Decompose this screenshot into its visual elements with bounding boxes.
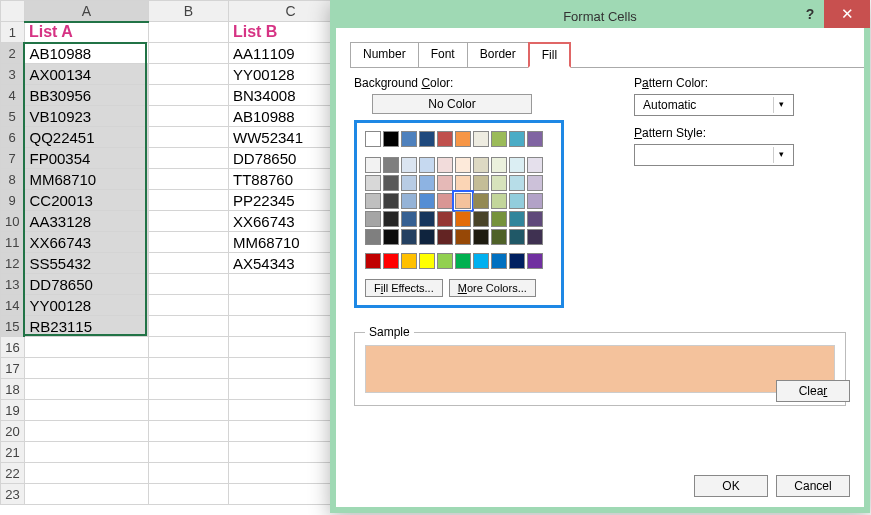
- fill-effects-button[interactable]: Fill Effects...: [365, 279, 443, 297]
- cell-B6[interactable]: [148, 127, 228, 148]
- no-color-button[interactable]: No Color: [372, 94, 532, 114]
- color-swatch[interactable]: [527, 211, 543, 227]
- color-swatch[interactable]: [455, 131, 471, 147]
- tab-number[interactable]: Number: [350, 42, 419, 67]
- color-swatch[interactable]: [491, 211, 507, 227]
- row-header-7[interactable]: 7: [1, 148, 25, 169]
- cell-A8[interactable]: MM68710: [24, 169, 148, 190]
- pattern-style-combo[interactable]: ▾: [634, 144, 794, 166]
- cell-B15[interactable]: [148, 316, 228, 337]
- color-swatch[interactable]: [473, 157, 489, 173]
- color-swatch[interactable]: [509, 211, 525, 227]
- color-swatch[interactable]: [419, 211, 435, 227]
- more-colors-button[interactable]: More Colors...: [449, 279, 536, 297]
- color-swatch[interactable]: [383, 229, 399, 245]
- color-swatch[interactable]: [527, 157, 543, 173]
- cell-A19[interactable]: [24, 400, 148, 421]
- cell-A13[interactable]: DD78650: [24, 274, 148, 295]
- cell-B20[interactable]: [148, 421, 228, 442]
- col-header-B[interactable]: B: [148, 1, 228, 22]
- color-swatch[interactable]: [419, 253, 435, 269]
- color-swatch[interactable]: [473, 253, 489, 269]
- row-header-17[interactable]: 17: [1, 358, 25, 379]
- color-swatch[interactable]: [455, 193, 471, 209]
- cell-B19[interactable]: [148, 400, 228, 421]
- color-swatch[interactable]: [365, 131, 381, 147]
- cell-B4[interactable]: [148, 85, 228, 106]
- clear-button[interactable]: Clear: [776, 380, 850, 402]
- cell-A18[interactable]: [24, 379, 148, 400]
- color-swatch[interactable]: [401, 131, 417, 147]
- row-header-19[interactable]: 19: [1, 400, 25, 421]
- cell-B8[interactable]: [148, 169, 228, 190]
- color-swatch[interactable]: [401, 253, 417, 269]
- tab-border[interactable]: Border: [467, 42, 529, 67]
- color-swatch[interactable]: [419, 131, 435, 147]
- row-header-2[interactable]: 2: [1, 43, 25, 64]
- col-header-A[interactable]: A: [24, 1, 148, 22]
- color-swatch[interactable]: [383, 175, 399, 191]
- row-header-4[interactable]: 4: [1, 85, 25, 106]
- cell-A11[interactable]: XX66743: [24, 232, 148, 253]
- cancel-button[interactable]: Cancel: [776, 475, 850, 497]
- row-header-5[interactable]: 5: [1, 106, 25, 127]
- cell-A4[interactable]: BB30956: [24, 85, 148, 106]
- color-swatch[interactable]: [437, 175, 453, 191]
- color-swatch[interactable]: [365, 211, 381, 227]
- row-header-18[interactable]: 18: [1, 379, 25, 400]
- color-swatch[interactable]: [509, 131, 525, 147]
- row-header-14[interactable]: 14: [1, 295, 25, 316]
- color-swatch[interactable]: [383, 253, 399, 269]
- color-swatch[interactable]: [473, 229, 489, 245]
- cell-A17[interactable]: [24, 358, 148, 379]
- cell-B10[interactable]: [148, 211, 228, 232]
- color-swatch[interactable]: [383, 211, 399, 227]
- row-header-23[interactable]: 23: [1, 484, 25, 505]
- color-swatch[interactable]: [365, 253, 381, 269]
- row-header-8[interactable]: 8: [1, 169, 25, 190]
- color-swatch[interactable]: [365, 193, 381, 209]
- cell-A20[interactable]: [24, 421, 148, 442]
- cell-A15[interactable]: RB23115: [24, 316, 148, 337]
- pattern-color-combo[interactable]: Automatic ▾: [634, 94, 794, 116]
- color-swatch[interactable]: [455, 229, 471, 245]
- cell-B13[interactable]: [148, 274, 228, 295]
- color-swatch[interactable]: [473, 211, 489, 227]
- color-swatch[interactable]: [419, 175, 435, 191]
- color-swatch[interactable]: [401, 211, 417, 227]
- cell-A1[interactable]: List A: [24, 22, 148, 43]
- cell-B5[interactable]: [148, 106, 228, 127]
- tab-font[interactable]: Font: [418, 42, 468, 67]
- color-swatch[interactable]: [437, 211, 453, 227]
- cell-B12[interactable]: [148, 253, 228, 274]
- color-swatch[interactable]: [401, 175, 417, 191]
- color-swatch[interactable]: [491, 157, 507, 173]
- color-swatch[interactable]: [419, 157, 435, 173]
- color-swatch[interactable]: [509, 229, 525, 245]
- row-header-11[interactable]: 11: [1, 232, 25, 253]
- color-swatch[interactable]: [383, 157, 399, 173]
- cell-A2[interactable]: AB10988: [24, 43, 148, 64]
- color-swatch[interactable]: [491, 193, 507, 209]
- cell-B9[interactable]: [148, 190, 228, 211]
- row-header-16[interactable]: 16: [1, 337, 25, 358]
- cell-A9[interactable]: CC20013: [24, 190, 148, 211]
- spreadsheet[interactable]: ABC1List AList B2AB10988AA111093AX00134Y…: [0, 0, 353, 505]
- color-swatch[interactable]: [401, 229, 417, 245]
- cell-A6[interactable]: QQ22451: [24, 127, 148, 148]
- cell-B1[interactable]: [148, 22, 228, 43]
- cell-A10[interactable]: AA33128: [24, 211, 148, 232]
- cell-B11[interactable]: [148, 232, 228, 253]
- color-swatch[interactable]: [491, 131, 507, 147]
- cell-B7[interactable]: [148, 148, 228, 169]
- color-swatch[interactable]: [437, 253, 453, 269]
- row-header-9[interactable]: 9: [1, 190, 25, 211]
- color-swatch[interactable]: [509, 175, 525, 191]
- cell-A12[interactable]: SS55432: [24, 253, 148, 274]
- color-swatch[interactable]: [527, 193, 543, 209]
- cell-B3[interactable]: [148, 64, 228, 85]
- cell-A22[interactable]: [24, 463, 148, 484]
- cell-B2[interactable]: [148, 43, 228, 64]
- color-swatch[interactable]: [527, 229, 543, 245]
- color-swatch[interactable]: [491, 253, 507, 269]
